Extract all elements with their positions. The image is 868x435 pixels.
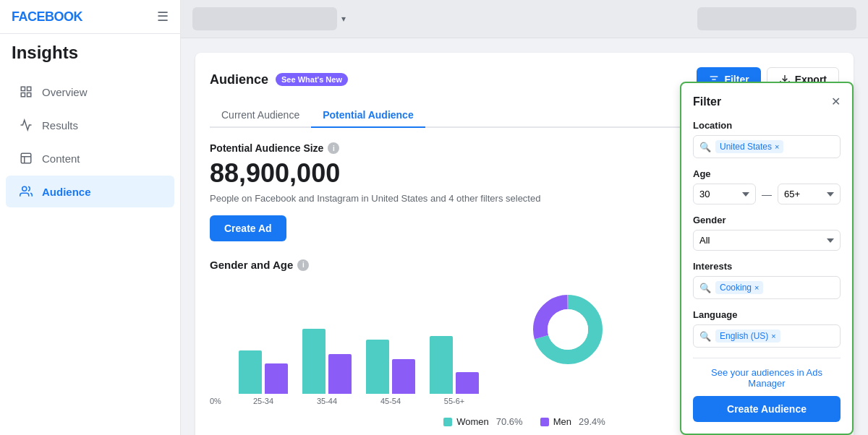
filter-section-interests: Interests 🔍 Cooking × <box>693 261 841 299</box>
interests-search-icon: 🔍 <box>699 283 711 293</box>
create-audience-button[interactable]: Create Audience <box>693 396 841 422</box>
see-whats-new-badge[interactable]: See What's New <box>276 73 348 86</box>
create-ad-button[interactable]: Create Ad <box>210 215 286 241</box>
bar-women-35-44 <box>302 329 326 394</box>
svg-rect-2 <box>21 93 25 97</box>
sidebar-item-label-results: Results <box>42 119 78 132</box>
bar-label-25-34: 25-34 <box>253 397 273 405</box>
legend-dot-men <box>540 418 549 426</box>
gender-label: Gender <box>693 215 841 225</box>
filter-section-age: Age 30 18 25 35 — 65+ 24 34 44 54 <box>693 168 841 204</box>
filter-close-button[interactable]: ✕ <box>831 95 841 108</box>
bar-women-45-54 <box>366 340 389 394</box>
interest-tag-remove[interactable]: × <box>754 283 759 292</box>
main-content: ▾ Audience See What's New Filter E <box>181 0 868 435</box>
sidebar-header: FACEBOOK ☰ <box>0 0 180 34</box>
filter-section-location: Location 🔍 United States × <box>693 120 841 158</box>
page-body: Audience See What's New Filter Export C <box>181 38 868 435</box>
see-audiences-link[interactable]: See your audiences in Ads Manager <box>693 367 841 389</box>
legend-dot-women <box>443 418 452 426</box>
language-tag-remove[interactable]: × <box>771 332 775 340</box>
gender-select[interactable]: All Women Men <box>693 230 841 251</box>
page-title: Insights <box>0 34 180 69</box>
hamburger-icon[interactable]: ☰ <box>157 9 169 25</box>
legend-men: Men 29.4% <box>540 416 605 427</box>
audience-title-row: Audience See What's New <box>210 72 348 87</box>
svg-rect-4 <box>21 153 31 163</box>
sidebar-item-audience[interactable]: Audience <box>6 176 174 207</box>
legend-label-women: Women <box>456 416 489 427</box>
language-tag: English (US) × <box>715 330 780 343</box>
top-bar-search[interactable] <box>192 7 337 30</box>
y-axis-label: 0% <box>210 397 221 405</box>
age-label: Age <box>693 168 841 179</box>
content-icon <box>17 150 35 167</box>
sidebar-item-overview[interactable]: Overview <box>6 76 174 108</box>
language-label: Language <box>693 309 841 320</box>
topbar-chevron-icon: ▾ <box>341 14 346 24</box>
interests-input-box[interactable]: 🔍 Cooking × <box>693 276 841 299</box>
bar-women-55-6 <box>430 336 453 394</box>
legend-percent-men: 29.4% <box>579 416 605 427</box>
audience-icon <box>17 183 35 200</box>
language-input-box[interactable]: 🔍 English (US) × <box>693 324 841 348</box>
sidebar-item-label-overview: Overview <box>42 86 88 98</box>
bar-group-35-44: 35-44 <box>302 329 352 405</box>
sidebar-item-content[interactable]: Content <box>6 142 174 174</box>
filter-header: Filter ✕ <box>693 95 841 108</box>
bar-label-55-6: 55-6+ <box>444 397 464 405</box>
tab-current-audience[interactable]: Current Audience <box>210 103 311 128</box>
age-min-select[interactable]: 30 18 25 35 <box>693 184 756 204</box>
tab-potential-audience[interactable]: Potential Audience <box>311 103 425 128</box>
filter-title: Filter <box>693 95 721 108</box>
location-search-icon: 🔍 <box>699 142 711 152</box>
svg-point-7 <box>22 186 27 191</box>
sidebar-nav: Overview Results Content Audience <box>0 69 180 435</box>
age-row: 30 18 25 35 — 65+ 24 34 44 54 64 <box>693 184 841 204</box>
bar-group-25-34: 25-34 <box>239 350 288 405</box>
bar-group-55-6: 55-6+ <box>430 336 479 405</box>
bar-men-45-54 <box>392 359 415 394</box>
language-tag-value: English (US) <box>720 331 768 341</box>
top-bar: ▾ <box>181 0 868 38</box>
location-tag-remove[interactable]: × <box>775 142 779 151</box>
bar-men-35-44 <box>328 354 352 394</box>
location-tag: United States × <box>715 140 783 153</box>
top-bar-right-input[interactable] <box>697 7 856 30</box>
filter-section-gender: Gender All Women Men <box>693 215 841 251</box>
age-dash: — <box>762 189 772 200</box>
bar-women-25-34 <box>239 350 262 394</box>
location-tag-value: United States <box>720 142 772 152</box>
interests-label: Interests <box>693 261 841 272</box>
gender-age-info-icon[interactable]: i <box>297 259 309 271</box>
sidebar-item-label-audience: Audience <box>42 186 91 198</box>
legend-label-men: Men <box>553 416 571 427</box>
audience-section-title: Audience <box>210 72 268 87</box>
sidebar-item-label-content: Content <box>42 152 80 165</box>
sidebar-item-results[interactable]: Results <box>6 109 174 141</box>
size-info-icon[interactable]: i <box>328 142 339 154</box>
svg-rect-0 <box>21 87 25 90</box>
language-search-icon: 🔍 <box>699 331 711 342</box>
location-input-box[interactable]: 🔍 United States × <box>693 135 841 158</box>
bar-label-35-44: 35-44 <box>317 397 337 405</box>
legend-women: Women 70.6% <box>443 416 522 427</box>
age-max-select[interactable]: 65+ 24 34 44 54 64 <box>778 184 841 204</box>
filter-footer: See your audiences in Ads Manager Create… <box>693 358 841 422</box>
bar-men-25-34 <box>265 363 288 394</box>
bar-label-45-54: 45-54 <box>380 397 401 405</box>
filter-panel: Filter ✕ Location 🔍 United States × Age <box>680 82 854 435</box>
svg-rect-3 <box>27 93 31 97</box>
overview-icon <box>17 83 35 100</box>
interest-tag-value: Cooking <box>720 283 752 293</box>
filter-section-language: Language 🔍 English (US) × <box>693 309 841 348</box>
bar-group-45-54: 45-54 <box>366 340 415 405</box>
interest-tag: Cooking × <box>715 281 763 294</box>
facebook-logo: FACEBOOK <box>12 9 82 25</box>
location-label: Location <box>693 120 841 131</box>
bar-men-55-6 <box>456 372 479 394</box>
sidebar: FACEBOOK ☰ Insights Overview Results Con… <box>0 0 181 435</box>
results-icon <box>17 116 35 134</box>
svg-rect-1 <box>27 87 31 90</box>
legend-percent-women: 70.6% <box>496 416 523 427</box>
